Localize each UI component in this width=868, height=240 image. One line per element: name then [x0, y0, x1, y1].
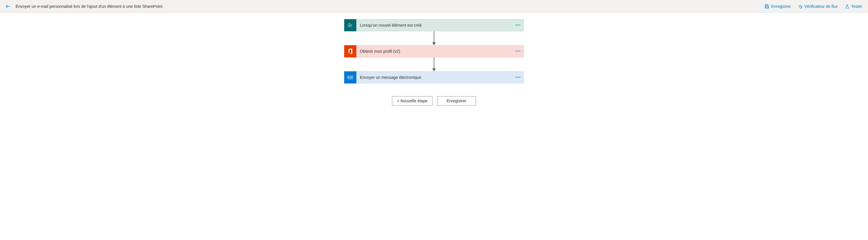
step-get-profile-menu[interactable]: •••	[513, 49, 524, 53]
ellipsis-icon: •••	[516, 49, 521, 53]
top-toolbar: Envoyer un e-mail personnalisé lors de l…	[0, 0, 868, 13]
svg-rect-1	[766, 5, 768, 6]
step-send-email-menu[interactable]: •••	[513, 76, 524, 80]
ellipsis-icon: •••	[516, 23, 521, 27]
test-button[interactable]: Tester	[844, 3, 863, 10]
svg-marker-12	[432, 68, 436, 71]
svg-point-3	[801, 6, 802, 7]
svg-rect-14	[347, 76, 350, 79]
step-get-profile[interactable]: Obtenir mon profil (v2) •••	[344, 45, 524, 57]
step-trigger[interactable]: S Lorsqu'un nouvel élément est créé •••	[344, 19, 524, 31]
step-trigger-label: Lorsqu'un nouvel élément est créé	[356, 23, 513, 28]
save-button-label: Enregistrer	[771, 4, 790, 9]
stethoscope-icon	[798, 4, 803, 9]
test-button-label: Tester	[851, 4, 862, 9]
svg-marker-10	[432, 42, 436, 45]
connector-arrow	[431, 31, 437, 45]
save-icon	[765, 4, 769, 9]
save-button[interactable]: Enregistrer	[764, 3, 792, 10]
toolbar-right-group: Enregistrer Vérificateur de flux Tester	[764, 3, 863, 10]
svg-text:S: S	[348, 25, 350, 27]
back-button[interactable]	[5, 3, 11, 10]
flow-checker-button[interactable]: Vérificateur de flux	[797, 3, 839, 10]
svg-rect-2	[766, 7, 768, 8]
office-icon	[344, 45, 356, 57]
flow-canvas: S Lorsqu'un nouvel élément est créé ••• …	[0, 13, 868, 106]
new-step-button[interactable]: + Nouvelle étape	[392, 96, 432, 106]
step-get-profile-label: Obtenir mon profil (v2)	[356, 49, 513, 54]
flow-title: Envoyer un e-mail personnalisé lors de l…	[16, 4, 162, 9]
toolbar-left-group: Envoyer un e-mail personnalisé lors de l…	[5, 3, 162, 10]
step-send-email-label: Envoyer un message électronique	[356, 75, 513, 80]
sharepoint-icon: S	[344, 19, 356, 31]
arrow-left-icon	[5, 3, 11, 9]
outlook-icon	[344, 71, 356, 84]
ellipsis-icon: •••	[516, 76, 521, 80]
save-canvas-button[interactable]: Enregistrer	[437, 96, 476, 106]
step-send-email[interactable]: Envoyer un message électronique •••	[344, 71, 524, 84]
flask-icon	[845, 4, 849, 9]
flow-checker-label: Vérificateur de flux	[804, 4, 838, 9]
step-trigger-menu[interactable]: •••	[513, 23, 524, 27]
canvas-actions: + Nouvelle étape Enregistrer	[392, 96, 476, 106]
connector-arrow	[431, 57, 437, 71]
